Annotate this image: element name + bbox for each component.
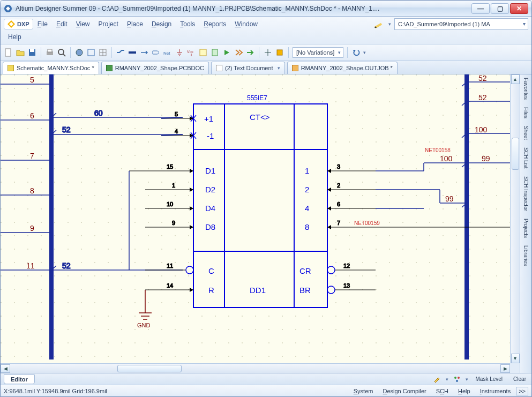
status-more[interactable]: >> [516,387,528,395]
path-field[interactable]: C:\AD_Summer09\Imported (1) MA [394,18,528,30]
panel-libraries[interactable]: Libraries [522,244,529,267]
menu-place[interactable]: Place [123,18,147,30]
svg-point-9 [58,49,64,55]
pin-number: 10 [167,201,173,207]
component-ref: DD1 [250,286,266,295]
layer-icon[interactable] [86,48,96,57]
menu-design[interactable]: Design [147,18,176,30]
filter-icon[interactable] [453,375,461,384]
pin-number: 9 [172,220,175,226]
tab-schematic[interactable]: Schematic_MANNY.SchDoc * [3,62,99,74]
pencil-icon[interactable] [373,19,385,29]
mask-level-button[interactable]: Mask Level [473,375,506,383]
next-icon[interactable] [234,48,243,57]
status-sch[interactable]: SCH [432,387,453,395]
cross-icon[interactable] [263,48,273,57]
print-icon[interactable] [45,48,55,57]
bus-icon[interactable] [128,48,137,57]
grid-icon[interactable] [98,48,108,57]
menu-project[interactable]: Project [94,18,123,30]
undo-icon[interactable] [351,48,361,57]
menu-reports[interactable]: Reports [199,18,230,30]
menu-help[interactable]: Help [4,31,26,43]
note-icon[interactable] [198,48,208,57]
vertical-scrollbar[interactable]: ▲ ▼ [510,74,520,363]
tab-outjob[interactable]: RMANNY_2002_Shape.OUTJOB * [287,62,398,74]
pin-label: 8 [305,222,309,231]
paint-icon[interactable] [433,375,441,384]
pin-label: 2 [305,185,309,194]
play-icon[interactable] [222,48,231,57]
pin-number: 4 [175,128,178,134]
preview-icon[interactable] [57,48,66,57]
menu-view[interactable]: View [72,18,94,30]
pin-label: 1 [305,166,309,175]
netlabel: 99 [445,194,454,203]
gnd-icon[interactable] [175,48,184,57]
pin-number: 3 [337,163,340,170]
netlabel-icon[interactable]: Net [163,48,173,57]
status-system[interactable]: System [349,387,378,395]
tab-editor[interactable]: Editor [4,374,35,384]
pin-number: 13 [343,282,350,289]
panel-projects[interactable]: Projects [522,218,529,239]
variations-dropdown[interactable]: [No Variations] [293,47,343,58]
horizontal-scrollbar[interactable]: ◀ ▶ [1,363,510,373]
pin-label: R [208,286,214,295]
part-icon[interactable] [139,48,149,57]
zoom-icon[interactable] [74,48,84,57]
dxp-label: DXP [17,21,29,27]
open-icon[interactable] [16,48,25,57]
menu-tools[interactable]: Tools [176,18,199,30]
dxp-button[interactable]: DXP [4,19,33,29]
new-icon[interactable] [4,48,13,57]
status-instruments[interactable]: Instruments [476,387,515,395]
probe-icon[interactable] [275,48,284,57]
menu-window[interactable]: Window [230,18,262,30]
dropdown-icon[interactable]: ▾ [388,21,391,27]
scroll-down-icon[interactable]: ▼ [511,354,520,363]
scroll-left-icon[interactable]: ◀ [1,364,10,373]
variations-value: [No Variations] [296,49,334,56]
dropdown-icon[interactable]: ▾ [363,50,366,55]
pin-label: 4 [305,204,309,213]
dxp-icon [8,20,15,28]
clear-button[interactable]: Clear [510,375,529,383]
status-design-compiler[interactable]: Design Compiler [378,387,430,395]
close-button[interactable]: ✕ [510,3,528,14]
pin-number: 14 [167,282,173,289]
tab-pcb[interactable]: RMANNY_2002_Shape.PCBDOC [101,62,209,74]
panel-sch-inspector[interactable]: SCH Inspector [522,175,529,212]
svg-rect-4 [5,49,11,56]
svg-marker-13 [153,51,159,54]
menu-edit[interactable]: Edit [52,18,72,30]
sheet-icon[interactable] [210,48,220,57]
netlabel: 7 [30,152,34,160]
netlabel: 52 [478,74,487,83]
panel-files[interactable]: Files [522,106,529,119]
menu-file[interactable]: FFileile [33,18,52,30]
wire-icon[interactable] [116,48,125,57]
tab-text[interactable]: (2) Text Document▾ [211,62,285,74]
status-help[interactable]: Help [454,387,475,395]
scroll-up-icon[interactable]: ▲ [511,74,520,84]
schematic-canvas[interactable]: 5 6 7 8 9 11 60 52 52 [1,74,520,373]
save-icon[interactable] [27,48,37,57]
scroll-thumb[interactable] [512,138,519,170]
vcc-icon[interactable]: Vcc [186,48,196,57]
scroll-thumb[interactable] [117,365,182,372]
svg-point-92 [458,377,460,379]
panel-favorites[interactable]: Favorites [522,77,529,101]
doc-icon [216,65,222,71]
pin-label: C [208,266,214,275]
netlabel: 100 [440,154,453,163]
minimize-button[interactable]: ― [471,3,490,14]
arrow-icon[interactable] [245,48,255,57]
component-555ie7[interactable]: 555IE7 CT<> DD1 +1 -1 D1 D2 D4 D8 C R [193,94,327,308]
panel-sch-list[interactable]: SCH List [522,146,529,169]
maximize-button[interactable]: ▢ [491,3,509,14]
scroll-right-icon[interactable]: ▶ [500,364,510,373]
panel-sheet[interactable]: Sheet [522,125,529,141]
pin-label: -1 [207,131,214,140]
port-icon[interactable] [151,48,161,57]
